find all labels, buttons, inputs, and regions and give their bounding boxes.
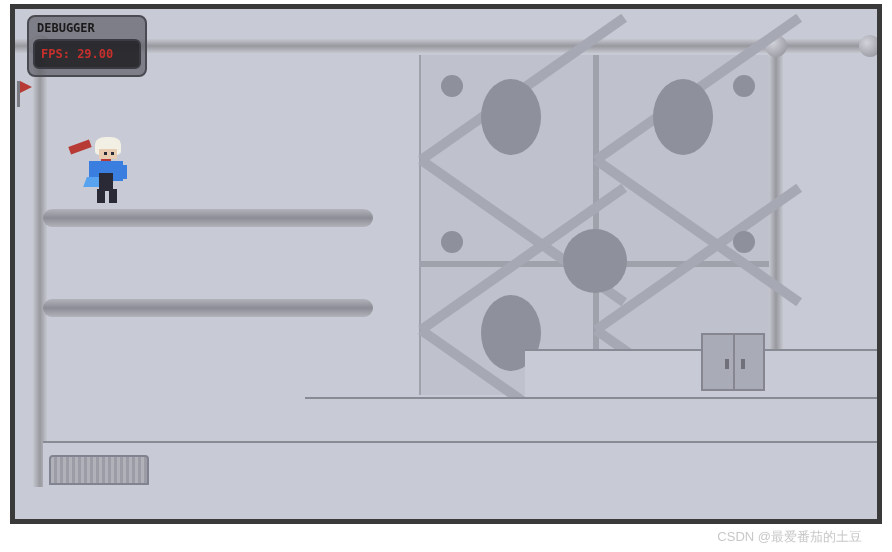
pipe-joint [859,35,877,57]
checkpoint-flag [17,81,20,107]
fps-label: FPS: [41,47,70,61]
watermark: CSDN @最爱番茄的土豆 [717,528,862,546]
debugger-title: DEBUGGER [33,21,141,39]
platform [43,299,373,317]
platform [43,209,373,227]
window-frame: DEBUGGER FPS: 29.00 [10,4,882,524]
debugger-panel[interactable]: DEBUGGER FPS: 29.00 [27,15,147,77]
floor-mat [49,455,149,485]
locker[interactable] [701,333,765,391]
fps-readout: FPS: 29.00 [33,39,141,69]
game-viewport[interactable]: DEBUGGER FPS: 29.00 [15,9,877,519]
fps-value: 29.00 [77,47,113,61]
player-character[interactable] [75,137,135,197]
pipe-right [769,39,783,391]
stair-step [305,397,877,441]
pipe-left [33,39,47,499]
ground [15,487,877,519]
